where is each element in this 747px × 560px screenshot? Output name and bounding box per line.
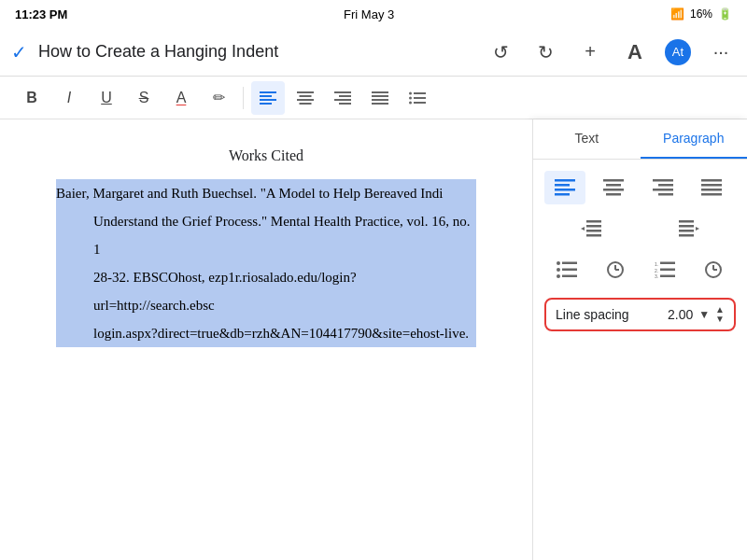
citation-line-1: Baier, Margaret and Ruth Buechsel. "A Mo… <box>56 179 476 207</box>
svg-rect-49 <box>562 262 577 265</box>
align-left-panel-button[interactable] <box>544 171 585 204</box>
svg-rect-17 <box>414 92 426 94</box>
format-toolbar: B I U S A ✏ <box>0 77 747 119</box>
justify-button[interactable] <box>363 81 397 115</box>
svg-rect-62 <box>660 275 675 278</box>
svg-rect-11 <box>339 103 351 105</box>
text-size-button[interactable]: A <box>620 37 650 67</box>
svg-point-18 <box>409 96 412 99</box>
indent-row <box>544 212 736 245</box>
line-spacing-control[interactable]: Line spacing 2.00 ▼ ▲ ▼ <box>544 298 736 331</box>
line-spacing-down-arrow[interactable]: ▼ <box>715 315 725 324</box>
svg-rect-34 <box>701 179 722 182</box>
svg-rect-13 <box>372 95 388 97</box>
align-center-panel-button[interactable] <box>593 171 634 204</box>
svg-rect-22 <box>555 179 575 182</box>
svg-rect-43 <box>679 220 694 223</box>
justify-panel-button[interactable] <box>691 171 732 204</box>
svg-rect-30 <box>653 179 673 182</box>
svg-rect-27 <box>606 184 621 187</box>
align-right-panel-button[interactable] <box>642 171 684 204</box>
line-spacing-value-area: 2.00 ▼ ▲ ▼ <box>668 305 725 324</box>
status-bar: 11:23 PM Fri May 3 📶 16% 🔋 <box>0 0 747 28</box>
svg-rect-46 <box>679 234 694 237</box>
numbered-list-panel-button[interactable]: 1. 2. 3. <box>642 253 687 287</box>
svg-rect-7 <box>300 103 312 105</box>
bullet-list-button[interactable] <box>401 81 434 115</box>
svg-rect-36 <box>701 189 722 191</box>
svg-marker-42 <box>581 227 585 231</box>
svg-rect-14 <box>372 99 388 101</box>
toolbar-right: ↺ ↻ + A At ··· <box>486 37 736 67</box>
numbered-list-timer-button[interactable] <box>691 253 736 287</box>
text-tab[interactable]: Text <box>533 119 641 159</box>
panel-tabs: Text Paragraph <box>533 119 747 160</box>
document-title: How to Create a Hanging Indent <box>38 42 278 62</box>
svg-rect-9 <box>339 95 351 97</box>
checkmark-icon[interactable]: ✓ <box>11 41 27 63</box>
undo-button[interactable]: ↺ <box>486 37 515 67</box>
citation-line-4: login.aspx?direct=true&db=rzh&AN=1044177… <box>56 319 476 347</box>
svg-rect-33 <box>658 193 673 196</box>
svg-rect-35 <box>701 184 722 187</box>
highlight-button[interactable]: ✏ <box>202 81 235 115</box>
svg-rect-41 <box>586 234 601 237</box>
svg-rect-51 <box>562 269 577 272</box>
svg-rect-44 <box>679 225 694 228</box>
svg-rect-10 <box>334 99 351 101</box>
bold-button[interactable]: B <box>15 81 49 115</box>
document-area: Works Cited Baier, Margaret and Ruth Bue… <box>0 119 532 560</box>
svg-rect-58 <box>660 262 675 265</box>
citation-line-3: 28-32. EBSCOhost, ezp1r.riosalado.edu/lo… <box>56 263 476 319</box>
italic-button[interactable]: I <box>52 81 86 115</box>
svg-marker-47 <box>696 227 699 231</box>
main-toolbar: ✓ How to Create a Hanging Indent ↺ ↻ + A… <box>0 28 747 77</box>
svg-rect-3 <box>260 103 272 105</box>
indent-button[interactable] <box>642 212 737 245</box>
outdent-button[interactable] <box>544 212 639 245</box>
svg-rect-45 <box>679 230 694 232</box>
svg-rect-5 <box>300 95 312 97</box>
paragraph-tab[interactable]: Paragraph <box>641 119 748 159</box>
main-area: Works Cited Baier, Margaret and Ruth Bue… <box>0 119 747 560</box>
at-badge[interactable]: At <box>665 39 691 65</box>
font-color-button[interactable]: A <box>164 81 198 115</box>
list-row: 1. 2. 3. <box>544 253 736 287</box>
svg-rect-28 <box>603 189 624 191</box>
strikethrough-button[interactable]: S <box>127 81 161 115</box>
svg-rect-0 <box>260 91 276 93</box>
svg-rect-32 <box>653 189 673 191</box>
align-center-button[interactable] <box>289 81 322 115</box>
svg-rect-1 <box>260 95 272 97</box>
svg-rect-38 <box>586 220 601 223</box>
redo-button[interactable]: ↻ <box>530 37 560 67</box>
toolbar-left: ✓ How to Create a Hanging Indent <box>11 41 278 63</box>
bullet-list-timer-button[interactable] <box>593 253 638 287</box>
status-date: Fri May 3 <box>344 7 394 21</box>
line-spacing-value: 2.00 <box>668 307 693 322</box>
citation-line-2: Understand the Grief Process." Mental He… <box>56 207 476 263</box>
citation-block: Baier, Margaret and Ruth Buechsel. "A Mo… <box>56 179 476 347</box>
paragraph-panel: Text Paragraph <box>532 119 747 560</box>
add-button[interactable]: + <box>575 37 605 67</box>
bullet-list-panel-button[interactable] <box>544 253 589 287</box>
alignment-grid <box>544 171 736 204</box>
line-spacing-steppers[interactable]: ▲ ▼ <box>715 305 725 324</box>
svg-rect-60 <box>660 269 675 272</box>
svg-rect-31 <box>658 184 673 187</box>
wifi-icon: 📶 <box>670 7 684 21</box>
svg-rect-12 <box>372 91 388 93</box>
svg-rect-26 <box>603 179 624 182</box>
align-left-button[interactable] <box>251 81 285 115</box>
more-options-button[interactable]: ··· <box>706 37 736 67</box>
line-spacing-dropdown-arrow[interactable]: ▼ <box>698 308 710 321</box>
svg-rect-21 <box>414 102 426 104</box>
battery-level: 16% <box>690 7 712 21</box>
svg-rect-15 <box>372 103 388 105</box>
align-right-button[interactable] <box>326 81 359 115</box>
svg-point-52 <box>557 274 560 278</box>
svg-rect-8 <box>334 91 351 93</box>
underline-button[interactable]: U <box>90 81 123 115</box>
status-indicators: 📶 16% 🔋 <box>670 7 732 21</box>
svg-rect-23 <box>555 184 570 187</box>
